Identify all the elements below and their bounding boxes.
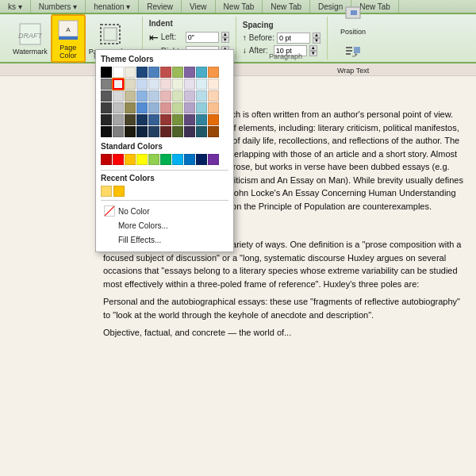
standard-color-swatch[interactable]: [113, 154, 124, 165]
tab-newtab2[interactable]: New Tab: [263, 0, 310, 13]
theme-color-swatch[interactable]: [184, 79, 195, 90]
indent-left-up[interactable]: ▲: [221, 32, 229, 37]
standard-color-swatch[interactable]: [172, 154, 183, 165]
theme-color-swatch[interactable]: [148, 67, 159, 78]
theme-color-swatch[interactable]: [148, 114, 159, 125]
theme-color-swatch[interactable]: [125, 126, 136, 137]
wrap-text-button[interactable]: Wrap Text: [334, 39, 372, 76]
more-colors-item[interactable]: More Colors...: [101, 218, 228, 232]
theme-color-swatch[interactable]: [101, 126, 112, 137]
tab-henation[interactable]: henation ▾: [86, 0, 139, 13]
theme-color-swatch[interactable]: [136, 67, 148, 78]
theme-color-swatch[interactable]: [148, 102, 159, 113]
standard-color-swatch[interactable]: [160, 154, 171, 165]
standard-color-swatch[interactable]: [184, 154, 195, 165]
theme-color-swatch[interactable]: [184, 102, 195, 113]
theme-color-swatch[interactable]: [160, 67, 171, 78]
position-button[interactable]: Position: [334, 0, 372, 37]
indent-left-input[interactable]: 0": [186, 32, 219, 43]
theme-color-swatch[interactable]: [184, 126, 195, 137]
theme-color-swatch[interactable]: [101, 114, 112, 125]
spacing-before-input[interactable]: 0 pt: [277, 33, 310, 44]
theme-color-swatch[interactable]: [101, 90, 112, 102]
recent-color-swatch[interactable]: [113, 186, 125, 197]
theme-color-swatch[interactable]: [196, 114, 207, 125]
spacing-before-down[interactable]: ▼: [313, 38, 321, 44]
page-borders-icon: [98, 21, 123, 47]
standard-color-swatch[interactable]: [196, 154, 207, 165]
theme-color-swatch[interactable]: [125, 67, 136, 78]
theme-color-swatch[interactable]: [196, 126, 207, 137]
theme-color-swatch[interactable]: [136, 79, 148, 90]
theme-color-swatch[interactable]: [184, 67, 195, 78]
indent-left-spinner[interactable]: ▲ ▼: [221, 32, 229, 43]
theme-color-swatch[interactable]: [125, 79, 136, 90]
standard-color-swatch[interactable]: [125, 154, 136, 165]
theme-color-swatch[interactable]: [148, 90, 159, 102]
theme-color-swatch[interactable]: [113, 67, 124, 78]
page-color-button[interactable]: A PageColor: [51, 14, 86, 63]
theme-color-swatch[interactable]: [125, 102, 136, 113]
tab-newtab1[interactable]: New Tab: [216, 0, 263, 13]
theme-color-swatch[interactable]: [136, 90, 148, 102]
theme-color-swatch[interactable]: [208, 67, 219, 78]
theme-color-swatch[interactable]: [196, 90, 207, 102]
standard-color-swatch[interactable]: [101, 154, 112, 165]
theme-color-swatch[interactable]: [113, 114, 124, 125]
theme-color-swatch[interactable]: [208, 102, 219, 113]
theme-color-swatch[interactable]: [172, 67, 183, 78]
recent-color-swatch[interactable]: [101, 186, 112, 197]
theme-color-swatch[interactable]: [125, 114, 136, 125]
watermark-label: Watermark: [13, 48, 48, 56]
theme-color-swatch[interactable]: [172, 102, 183, 113]
theme-color-swatch[interactable]: [172, 114, 183, 125]
no-color-item[interactable]: No Color: [101, 204, 228, 218]
theme-color-swatch[interactable]: [208, 126, 219, 137]
theme-color-swatch[interactable]: [148, 79, 159, 90]
theme-color-swatch[interactable]: [160, 126, 171, 137]
theme-color-swatch[interactable]: [196, 102, 207, 113]
theme-color-swatch[interactable]: [160, 114, 171, 125]
theme-color-swatch[interactable]: [208, 90, 219, 102]
theme-color-swatch[interactable]: [125, 90, 136, 102]
theme-color-swatch[interactable]: [184, 114, 195, 125]
standard-color-swatch[interactable]: [148, 154, 159, 165]
theme-color-swatch[interactable]: [113, 79, 124, 90]
watermark-button[interactable]: DRAFT Watermark: [10, 20, 51, 57]
tab-numbers[interactable]: Numbers ▾: [31, 0, 86, 13]
theme-color-swatch[interactable]: [160, 90, 171, 102]
theme-color-swatch[interactable]: [113, 102, 124, 113]
theme-color-swatch[interactable]: [136, 102, 148, 113]
tab-ks[interactable]: ks ▾: [0, 0, 31, 13]
standard-color-swatch[interactable]: [208, 154, 219, 165]
theme-color-swatch[interactable]: [113, 90, 124, 102]
theme-color-swatch[interactable]: [160, 102, 171, 113]
theme-color-swatch[interactable]: [148, 126, 159, 137]
theme-color-swatch[interactable]: [113, 126, 124, 137]
theme-color-swatch[interactable]: [172, 90, 183, 102]
spacing-before-spinner[interactable]: ▲ ▼: [313, 33, 321, 44]
tab-view[interactable]: View: [182, 0, 216, 13]
theme-color-swatch[interactable]: [136, 114, 148, 125]
theme-color-swatch[interactable]: [208, 79, 219, 90]
spacing-before-up[interactable]: ▲: [313, 33, 321, 38]
standard-color-swatch[interactable]: [136, 154, 148, 165]
spacing-after-up[interactable]: ▲: [309, 45, 317, 51]
theme-color-swatch[interactable]: [172, 79, 183, 90]
paragraph-section-label: Paragraph: [246, 52, 325, 60]
theme-color-swatch[interactable]: [208, 114, 219, 125]
theme-color-swatch[interactable]: [160, 79, 171, 90]
svg-rect-3: [59, 36, 78, 40]
theme-color-swatch[interactable]: [196, 79, 207, 90]
fill-effects-item[interactable]: Fill Effects...: [101, 232, 228, 247]
theme-color-swatch[interactable]: [136, 126, 148, 137]
theme-color-swatch[interactable]: [196, 67, 207, 78]
theme-color-swatch[interactable]: [172, 126, 183, 137]
theme-color-swatch[interactable]: [101, 67, 112, 78]
tab-review[interactable]: Review: [139, 0, 182, 13]
indent-left-down[interactable]: ▼: [221, 37, 229, 43]
theme-color-swatch[interactable]: [101, 79, 112, 90]
theme-color-swatch[interactable]: [184, 90, 195, 102]
theme-color-swatch[interactable]: [101, 102, 112, 113]
objective-para: Objective, factual, and concrete — the w…: [103, 326, 468, 340]
